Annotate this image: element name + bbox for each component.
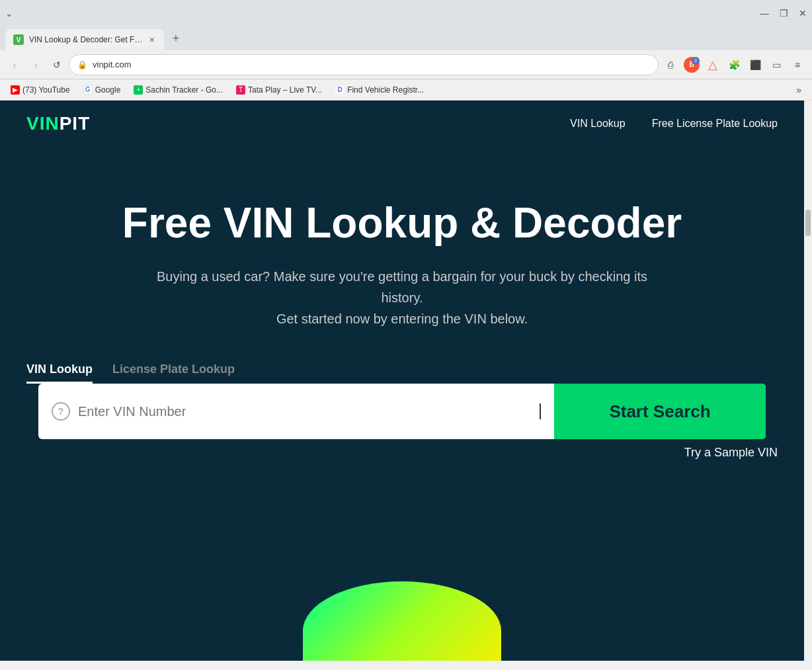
start-search-button[interactable]: Start Search bbox=[554, 384, 766, 439]
bookmark-google[interactable]: G Google bbox=[78, 84, 126, 96]
car-image bbox=[303, 581, 501, 661]
vin-input[interactable] bbox=[78, 404, 530, 419]
search-container: ? Start Search bbox=[38, 384, 766, 439]
tab-favicon: V bbox=[13, 34, 24, 45]
url-text: vinpit.com bbox=[93, 60, 650, 69]
back-button[interactable]: ‹ bbox=[5, 56, 24, 74]
bookmarks-more-button[interactable]: » bbox=[791, 83, 807, 97]
bookmark-tata[interactable]: T Tata Play – Live TV... bbox=[231, 84, 327, 96]
nav-license-plate[interactable]: Free License Plate Lookup bbox=[652, 118, 778, 130]
tab-vin-lookup[interactable]: VIN Lookup bbox=[26, 362, 93, 384]
hero-section: Free VIN Lookup & Decoder Buying a used … bbox=[0, 147, 804, 486]
window-collapse-icon[interactable]: ⌄ bbox=[5, 8, 13, 19]
share-button[interactable]: ⎙ bbox=[661, 56, 680, 74]
lock-icon: 🔒 bbox=[77, 60, 87, 69]
hero-subtitle: Buying a used car? Make sure you're gett… bbox=[138, 266, 667, 329]
window-maximize-button[interactable]: ❐ bbox=[780, 8, 788, 19]
text-cursor bbox=[540, 403, 541, 419]
tab-close-button[interactable]: × bbox=[148, 33, 156, 46]
scrollbar[interactable] bbox=[804, 208, 812, 670]
bookmark-youtube-label: (73) YouTube bbox=[22, 85, 70, 95]
wallet-button[interactable]: ▭ bbox=[767, 56, 786, 74]
menu-button[interactable]: ≡ bbox=[788, 56, 807, 74]
site-logo[interactable]: VINPIT bbox=[26, 113, 90, 134]
try-sample-vin-link[interactable]: Try a Sample VIN bbox=[50, 446, 778, 460]
bookmark-vehicle[interactable]: D Find Vehicle Registr... bbox=[330, 84, 429, 96]
bookmark-tata-label: Tata Play – Live TV... bbox=[248, 85, 322, 95]
brave-badge: 2 bbox=[692, 57, 700, 65]
bookmark-youtube[interactable]: ▶ (73) YouTube bbox=[5, 84, 75, 96]
sidebar-button[interactable]: ⬛ bbox=[746, 56, 764, 74]
tata-favicon: T bbox=[236, 85, 245, 95]
brave-rewards-button[interactable]: △ bbox=[704, 56, 722, 74]
tab-license-plate-lookup[interactable]: License Plate Lookup bbox=[112, 362, 235, 384]
sachin-favicon: + bbox=[134, 85, 143, 95]
refresh-button[interactable]: ↺ bbox=[48, 56, 66, 74]
logo-vin: VIN bbox=[26, 113, 60, 134]
active-tab[interactable]: V VIN Lookup & Decoder: Get Free × bbox=[5, 29, 164, 50]
youtube-favicon: ▶ bbox=[11, 85, 20, 95]
extensions-button[interactable]: 🧩 bbox=[725, 56, 743, 74]
address-bar[interactable]: 🔒 vinpit.com bbox=[69, 54, 659, 75]
lookup-tabs: VIN Lookup License Plate Lookup bbox=[26, 362, 754, 384]
vin-input-area: ? bbox=[38, 384, 554, 439]
window-minimize-button[interactable]: — bbox=[760, 8, 769, 19]
scrollbar-thumb[interactable] bbox=[805, 210, 811, 236]
forward-button[interactable]: › bbox=[26, 56, 45, 74]
bookmark-google-label: Google bbox=[95, 85, 121, 95]
new-tab-button[interactable]: + bbox=[167, 29, 185, 48]
logo-pit: PIT bbox=[60, 113, 91, 134]
vehicle-favicon: D bbox=[335, 85, 345, 95]
website-content: VINPIT VIN Lookup Free License Plate Loo… bbox=[0, 101, 804, 661]
hero-title: Free VIN Lookup & Decoder bbox=[122, 200, 682, 246]
bookmark-vehicle-label: Find Vehicle Registr... bbox=[347, 85, 424, 95]
car-shape bbox=[303, 581, 501, 661]
help-icon[interactable]: ? bbox=[52, 402, 70, 421]
window-close-button[interactable]: ✕ bbox=[799, 8, 807, 19]
bookmark-sachin-label: Sachin Tracker - Go... bbox=[145, 85, 223, 95]
site-navbar: VINPIT VIN Lookup Free License Plate Loo… bbox=[0, 101, 804, 147]
nav-vin-lookup[interactable]: VIN Lookup bbox=[570, 118, 626, 130]
nav-links: VIN Lookup Free License Plate Lookup bbox=[570, 118, 778, 130]
bookmark-sachin[interactable]: + Sachin Tracker - Go... bbox=[128, 84, 228, 96]
tab-title: VIN Lookup & Decoder: Get Free bbox=[29, 35, 143, 44]
google-favicon: G bbox=[83, 85, 93, 95]
brave-shield-button[interactable]: B 2 bbox=[682, 56, 701, 74]
